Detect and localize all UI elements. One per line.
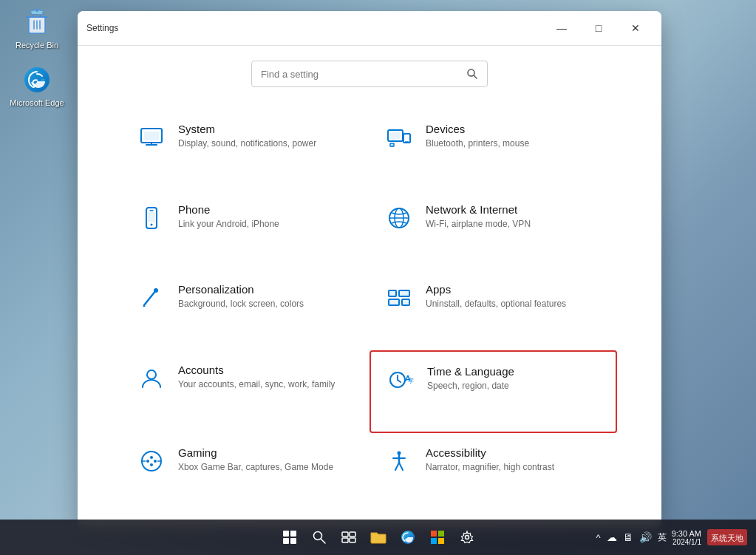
svg-rect-27 bbox=[402, 299, 409, 305]
taskbar-display[interactable]: 🖥 bbox=[623, 531, 633, 543]
system-icon bbox=[137, 123, 166, 152]
svg-rect-49 bbox=[290, 538, 296, 544]
taskbar-settings[interactable] bbox=[455, 525, 479, 549]
edge-image bbox=[22, 65, 52, 95]
apps-desc: Uninstall, defaults, optional features bbox=[426, 298, 566, 310]
svg-rect-47 bbox=[290, 531, 296, 537]
taskbar-cloud[interactable]: ☁ bbox=[607, 531, 617, 543]
window-titlebar: Settings — □ ✕ bbox=[78, 11, 661, 46]
apps-icon bbox=[384, 283, 414, 313]
taskbar-search[interactable] bbox=[307, 525, 331, 549]
accounts-desc: Your accounts, email, sync, work, family bbox=[178, 378, 335, 391]
settings-window: Settings — □ ✕ bbox=[78, 11, 661, 528]
taskbar-clock[interactable]: 9:30 AM 2024/1/1 bbox=[672, 529, 701, 546]
accessibility-title: Accessibility bbox=[426, 446, 554, 459]
gaming-icon bbox=[137, 446, 166, 476]
window-title: Settings bbox=[86, 23, 118, 33]
taskbar-center bbox=[278, 525, 479, 549]
settings-item-personalization[interactable]: Personalization Background, lock screen,… bbox=[122, 270, 370, 350]
svg-point-38 bbox=[150, 463, 153, 466]
start-button[interactable] bbox=[278, 525, 302, 549]
edge-label: Microsoft Edge bbox=[10, 98, 64, 108]
svg-point-23 bbox=[154, 288, 158, 293]
system-text: System Display, sound, notifications, po… bbox=[178, 123, 316, 150]
svg-rect-53 bbox=[350, 532, 355, 537]
svg-line-31 bbox=[398, 380, 401, 382]
svg-line-51 bbox=[321, 539, 325, 543]
network-icon bbox=[384, 203, 414, 233]
devices-text: Devices Bluetooth, printers, mouse bbox=[426, 123, 529, 150]
recycle-bin-image bbox=[22, 7, 52, 37]
time-language-title: Time & Language bbox=[427, 365, 514, 378]
svg-line-45 bbox=[399, 463, 403, 470]
svg-rect-24 bbox=[389, 290, 396, 296]
recycle-bin-icon[interactable]: Recycle Bin bbox=[7, 7, 67, 50]
svg-point-28 bbox=[147, 370, 156, 379]
search-container bbox=[78, 46, 661, 95]
taskbar-volume[interactable]: 🔊 bbox=[639, 531, 652, 543]
svg-rect-26 bbox=[389, 299, 399, 305]
accounts-icon bbox=[137, 364, 166, 393]
svg-rect-25 bbox=[399, 290, 409, 296]
settings-grid: System Display, sound, notifications, po… bbox=[78, 95, 661, 528]
taskbar-edge[interactable] bbox=[396, 525, 420, 549]
task-view[interactable] bbox=[337, 525, 361, 549]
settings-item-system[interactable]: System Display, sound, notifications, po… bbox=[122, 109, 370, 190]
personalization-desc: Background, lock screen, colors bbox=[178, 298, 304, 310]
svg-line-4 bbox=[474, 75, 477, 78]
personalization-icon bbox=[137, 283, 166, 313]
svg-point-61 bbox=[465, 536, 469, 539]
search-input[interactable] bbox=[261, 69, 460, 80]
minimize-button[interactable]: — bbox=[545, 17, 579, 39]
time-language-icon: A 字 bbox=[386, 365, 415, 395]
settings-item-network[interactable]: Network & Internet Wi-Fi, airplane mode,… bbox=[370, 190, 617, 270]
settings-item-apps[interactable]: Apps Uninstall, defaults, optional featu… bbox=[370, 270, 617, 350]
settings-item-accounts[interactable]: Accounts Your accounts, email, sync, wor… bbox=[122, 350, 370, 434]
taskbar-store[interactable] bbox=[426, 525, 449, 549]
desktop: Recycle Bin bbox=[0, 0, 756, 555]
settings-item-phone[interactable]: Phone Link your Android, iPhone bbox=[122, 190, 370, 270]
svg-rect-6 bbox=[144, 132, 159, 140]
gaming-text: Gaming Xbox Game Bar, captures, Game Mod… bbox=[178, 446, 333, 474]
window-controls: — □ ✕ bbox=[545, 17, 653, 39]
file-explorer[interactable] bbox=[367, 525, 390, 549]
gaming-title: Gaming bbox=[178, 446, 333, 459]
svg-rect-60 bbox=[438, 538, 444, 544]
svg-rect-46 bbox=[283, 531, 289, 537]
phone-title: Phone bbox=[178, 203, 279, 216]
network-title: Network & Internet bbox=[426, 203, 531, 216]
taskbar-date: 2024/1/1 bbox=[672, 538, 701, 546]
accessibility-icon bbox=[384, 446, 414, 476]
svg-rect-18 bbox=[148, 212, 155, 222]
system-desc: Display, sound, notifications, power bbox=[178, 137, 316, 150]
settings-item-devices[interactable]: Devices Bluetooth, printers, mouse bbox=[370, 109, 617, 190]
svg-point-17 bbox=[151, 223, 153, 225]
microsoft-edge-icon[interactable]: Microsoft Edge bbox=[7, 65, 67, 108]
taskbar-chevron[interactable]: ^ bbox=[596, 532, 601, 543]
gaming-desc: Xbox Game Bar, captures, Game Mode bbox=[178, 461, 333, 474]
accounts-title: Accounts bbox=[178, 364, 335, 376]
maximize-button[interactable]: □ bbox=[582, 17, 616, 39]
svg-point-36 bbox=[154, 460, 157, 463]
settings-item-gaming[interactable]: Gaming Xbox Game Bar, captures, Game Mod… bbox=[122, 433, 370, 514]
personalization-text: Personalization Background, lock screen,… bbox=[178, 283, 304, 310]
watermark-badge[interactable]: 系统天地 bbox=[707, 529, 747, 545]
svg-rect-48 bbox=[283, 538, 289, 544]
svg-text:字: 字 bbox=[408, 378, 414, 384]
svg-rect-52 bbox=[342, 532, 348, 537]
svg-point-1 bbox=[35, 9, 38, 12]
svg-line-44 bbox=[395, 463, 399, 470]
search-icon bbox=[466, 68, 478, 80]
network-desc: Wi-Fi, airplane mode, VPN bbox=[426, 218, 531, 231]
personalization-title: Personalization bbox=[178, 283, 304, 296]
svg-rect-55 bbox=[350, 538, 355, 542]
devices-desc: Bluetooth, printers, mouse bbox=[426, 137, 529, 150]
taskbar-time: 9:30 AM bbox=[672, 529, 701, 538]
settings-item-time-language[interactable]: A 字 Time & Language Speech, region, date bbox=[370, 350, 617, 434]
taskbar-lang[interactable]: 英 bbox=[658, 531, 666, 544]
settings-item-accessibility[interactable]: Accessibility Narrator, magnifier, high … bbox=[370, 433, 617, 514]
close-button[interactable]: ✕ bbox=[619, 17, 653, 39]
desktop-icons-container: Recycle Bin bbox=[7, 7, 67, 109]
svg-rect-59 bbox=[431, 538, 437, 544]
svg-point-37 bbox=[150, 456, 153, 459]
